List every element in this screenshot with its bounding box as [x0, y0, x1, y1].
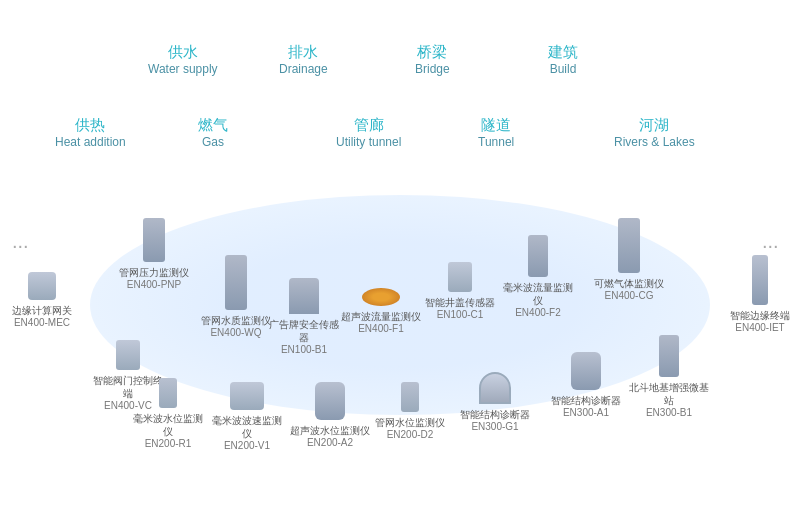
device-icon-en200-v1 — [230, 382, 264, 410]
device-en200-r1: 毫米波水位监测仪 EN200-R1 — [130, 378, 206, 449]
device-icon-en400-iet — [752, 255, 768, 305]
device-en400-f2: 毫米波流量监测仪 EN400-F2 — [500, 235, 576, 318]
device-icon-en400-cg — [618, 218, 640, 273]
cat-gas: 燃气 Gas — [198, 115, 228, 150]
cat-water-supply: 供水 Water supply — [148, 42, 218, 77]
main-scene: 供水 Water supply 排水 Drainage 桥梁 Bridge 建筑… — [0, 0, 800, 511]
device-icon-en400-mec — [28, 272, 56, 300]
device-en200-d2: 管网水位监测仪 EN200-D2 — [372, 382, 448, 440]
device-icon-en300-b1 — [659, 335, 679, 377]
cat-tunnel: 隧道 Tunnel — [478, 115, 514, 150]
device-icon-en200-d2 — [401, 382, 419, 412]
device-icon-en200-r1 — [159, 378, 177, 408]
cat-drainage: 排水 Drainage — [279, 42, 328, 77]
cat-utility: 管廊 Utility tunnel — [336, 115, 401, 150]
dots-right: ··· — [762, 235, 779, 255]
device-icon-en400-f1 — [362, 288, 400, 306]
device-icon-en200-a2 — [315, 382, 345, 420]
device-icon-en100-c1 — [448, 262, 472, 292]
device-en300-b1: 北斗地基增强微基站 EN300-B1 — [628, 335, 710, 418]
device-en100-b1: 广告牌安全传感器 EN100-B1 — [265, 278, 343, 355]
device-icon-en400-wq — [225, 255, 247, 310]
device-icon-en400-vc — [116, 340, 140, 370]
device-en400-f1: 超声波流量监测仪 EN400-F1 — [340, 278, 422, 334]
device-en100-c1: 智能井盖传感器 EN100-C1 — [424, 262, 496, 320]
device-icon-en400-f2 — [528, 235, 548, 277]
device-en300-a1: 智能结构诊断器 EN300-A1 — [548, 352, 624, 418]
device-en200-v1: 毫米波波速监测仪 EN200-V1 — [208, 382, 286, 451]
device-en400-wq: 管网水质监测仪 EN400-WQ — [200, 255, 272, 338]
device-en300-g1: 智能结构诊断器 EN300-G1 — [456, 372, 534, 432]
device-en400-iet: 智能边缘终端 EN400-IET — [726, 255, 794, 333]
device-en400-mec: 边缘计算网关 EN400-MEC — [8, 272, 76, 328]
device-en400-cg: 可燃气体监测仪 EN400-CG — [592, 218, 666, 301]
cat-rivers: 河湖 Rivers & Lakes — [614, 115, 695, 150]
cat-bridge: 桥梁 Bridge — [415, 42, 450, 77]
device-icon-en400-pnp — [143, 218, 165, 262]
device-icon-en300-a1 — [571, 352, 601, 390]
cat-heat: 供热 Heat addition — [55, 115, 126, 150]
device-icon-en100-b1 — [289, 278, 319, 314]
device-icon-en300-g1 — [479, 372, 511, 404]
device-en400-pnp: 管网压力监测仪 EN400-PNP — [118, 218, 190, 290]
device-en200-a2: 超声波水位监测仪 EN200-A2 — [290, 382, 370, 448]
cat-build: 建筑 Build — [548, 42, 578, 77]
dots-left: ··· — [12, 235, 29, 255]
